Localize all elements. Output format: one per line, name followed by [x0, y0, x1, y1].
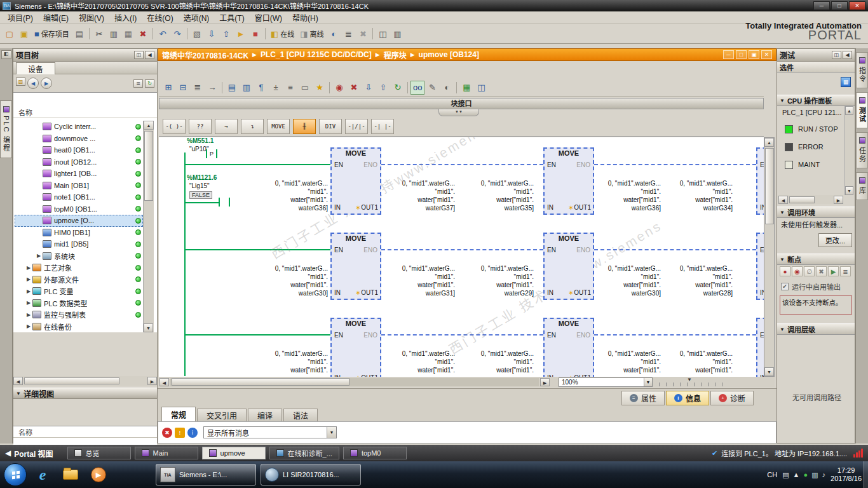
go-offline-button[interactable]: ◨离线 — [297, 27, 326, 41]
section-collapse-arrow[interactable]: ▼ — [780, 327, 785, 332]
expand-all-networks-icon[interactable]: ▤ — [225, 81, 239, 95]
delete-network-icon[interactable]: ⊟ — [176, 81, 190, 95]
operand-0-0[interactable]: 0, "mid1".waterG..."mid1".water["mid1".w… — [255, 179, 328, 212]
operand-0-5[interactable]: 0, "mid1".waterG..."mid1".water["mid1".w… — [593, 179, 661, 212]
breadcrumb-item-3[interactable]: upmove [OB124] — [419, 50, 479, 59]
breadcrumb-item-2[interactable]: 程序块 — [384, 50, 407, 60]
zoom-select[interactable]: 100% ▼ — [559, 377, 653, 387]
portal-upmove-button[interactable]: upmove — [202, 447, 266, 459]
change-button[interactable]: 更改... — [818, 233, 852, 247]
menu-item-1[interactable]: 编辑(E) — [38, 11, 74, 24]
delete-icon[interactable]: ✖ — [136, 27, 150, 41]
operand-1-6[interactable]: 0, "mid1".waterG..."mid1".water["mid1".w… — [665, 264, 733, 297]
maximize-editor-icon[interactable]: ◫ — [474, 81, 488, 95]
contact1-address[interactable]: %M551.1 — [187, 137, 214, 144]
task-li-sir[interactable]: LI SIR20170816... — [261, 464, 361, 485]
open-project-icon[interactable]: ▣ — [17, 27, 31, 41]
safety-tray-icon[interactable]: ● — [804, 471, 808, 478]
scroll-left-icon[interactable]: ◀ — [13, 377, 23, 385]
tree-item-5[interactable]: Main [OB1] — [15, 180, 143, 192]
warnings-filter-icon[interactable]: ! — [175, 428, 185, 438]
panel-header-icon-0[interactable]: ◫ — [134, 51, 144, 59]
editor-vertical-scrollbar[interactable]: ▲ ▼ — [764, 137, 775, 377]
ladder-editor-canvas[interactable]: 西门子工业 技术支持www.siemens 西门子工业 技术支持www.siem… — [159, 137, 764, 377]
tree-item-14[interactable]: ▶PLC 变量 — [15, 285, 143, 297]
show-hidden-icons[interactable]: ▲ — [793, 471, 800, 478]
new-project-icon[interactable]: ▢ — [3, 27, 17, 41]
cpu-panel-vscroll[interactable]: ▲ ▼ — [844, 106, 854, 195]
refresh-icon[interactable]: ↻ — [145, 79, 154, 88]
expand-arrow-icon[interactable]: ▶ — [25, 276, 32, 282]
paste-icon[interactable]: ▦ — [121, 27, 135, 41]
tab-syntax[interactable]: 语法 — [283, 409, 318, 421]
tree-item-1[interactable]: downmove ... — [15, 133, 143, 145]
tree-item-2[interactable]: heat0 [OB1... — [15, 144, 143, 156]
tree-item-7[interactable]: topM0 [OB1... — [15, 203, 143, 215]
section-collapse-arrow[interactable]: ▼ — [780, 210, 785, 215]
print-icon[interactable]: ▤ — [72, 27, 86, 41]
menu-item-8[interactable]: 帮助(H) — [287, 11, 323, 24]
free-comment-icon[interactable]: ▭ — [298, 81, 312, 95]
task-card-tab-3[interactable]: 库 — [856, 172, 868, 200]
scroll-thumb[interactable] — [24, 377, 119, 384]
panel-header-icon-1[interactable]: ◀ — [843, 51, 852, 59]
section-collapse-arrow[interactable]: ▼ — [780, 98, 785, 104]
undo-icon[interactable]: ↶ — [156, 27, 170, 41]
keyboard-tray-icon[interactable]: ▤ — [782, 471, 789, 479]
copy-icon[interactable]: ▥ — [107, 27, 121, 41]
renumber-networks-icon[interactable]: ≣ — [191, 81, 205, 95]
operand-2-0[interactable]: 0, "mid1".waterG..."mid1".water["mid1". — [255, 349, 328, 374]
zoom-slider-handle[interactable]: ▼ — [687, 377, 692, 383]
operand-2-2[interactable]: 0, "mid1".waterG..."mid1".water["mid1". — [383, 349, 455, 374]
portal-view-button[interactable]: ◀ Portal 视图 — [5, 448, 53, 459]
tree-item-8[interactable]: upmove [O... — [15, 215, 143, 227]
detail-name-column-header[interactable]: 名称 — [13, 426, 157, 438]
nc-contact-tile[interactable]: -|/|- — [345, 119, 368, 134]
tree-item-6[interactable]: note1 [OB1... — [15, 191, 143, 203]
editor-window-control-3[interactable]: ✕ — [761, 50, 772, 59]
modify-value-icon[interactable]: ✎ — [425, 81, 439, 95]
network-tray-icon[interactable]: ▥ — [811, 471, 818, 479]
start-cpu-icon[interactable]: ► — [234, 27, 248, 41]
move-block[interactable]: MOVEENENOIN∗OUT1 — [543, 147, 594, 215]
div-tile[interactable]: DIV — [319, 119, 342, 134]
volume-tray-icon[interactable]: ♪ — [822, 471, 826, 478]
redo-icon[interactable]: ↷ — [170, 27, 184, 41]
collapse-left-icon[interactable]: ◧ — [1, 50, 11, 59]
nav-forward-icon[interactable]: ▶ — [41, 78, 52, 89]
portal-overview-button[interactable]: 总览 — [67, 447, 131, 459]
tree-horizontal-scrollbar[interactable]: ◀ ▶ — [13, 376, 157, 386]
snapshot-icon[interactable]: ◐ — [440, 81, 454, 95]
scroll-up-icon[interactable]: ▲ — [845, 106, 853, 115]
wmp-launcher-icon[interactable]: ▶ — [89, 465, 108, 484]
enable-breakpoints-icon[interactable]: ◉ — [792, 266, 803, 276]
scroll-down-icon[interactable]: ▼ — [845, 186, 853, 195]
scroll-thumb[interactable] — [789, 196, 815, 203]
scroll-right-icon[interactable]: ▶ — [834, 196, 843, 204]
delete-breakpoints-icon[interactable]: ✖ — [816, 266, 827, 276]
menu-item-3[interactable]: 插入(I) — [109, 11, 142, 24]
no-contact[interactable] — [219, 198, 230, 207]
download-to-device-icon[interactable]: ⇩ — [205, 27, 219, 41]
task-tia-project[interactable]: TIASiemens - E:\... — [156, 464, 256, 485]
scroll-left-icon[interactable]: ◀ — [778, 196, 788, 204]
operand-0-6[interactable]: 0, "mid1".waterG..."mid1".water["mid1".w… — [665, 179, 733, 212]
detail-view-header[interactable]: ▼ 详细视图 — [13, 388, 157, 399]
operand-1-0[interactable]: 0, "mid1".waterG..."mid1".water["mid1".w… — [255, 264, 328, 297]
call-hierarchy-section-header[interactable]: ▼ 调用层级 — [777, 323, 855, 335]
enable-outputs-checkbox-row[interactable]: ✔ 运行中启用输出 — [781, 281, 841, 292]
disable-breakpoints-icon[interactable]: ∅ — [804, 266, 815, 276]
dropdown-arrow-icon[interactable]: ▼ — [644, 378, 652, 386]
devices-tab[interactable]: 设备 — [16, 62, 55, 74]
online-diagnostics-icon[interactable]: ◐ — [327, 27, 341, 41]
breadcrumb-item-0[interactable]: 锦绣中华20170816-14CK — [162, 50, 248, 60]
empty-box-tile[interactable]: ?? — [189, 119, 212, 134]
scroll-down-icon[interactable]: ▼ — [144, 323, 153, 332]
expand-arrow-icon[interactable]: ▶ — [25, 288, 32, 294]
move-block[interactable]: MOVEENENOIN∗OUT1 — [756, 147, 764, 215]
scroll-up-icon[interactable]: ▲ — [144, 121, 154, 130]
input-language-indicator[interactable]: CH — [767, 471, 777, 478]
call-environment-section-header[interactable]: ▼ 调用环境 — [777, 207, 855, 218]
editor-window-control-2[interactable]: ▣ — [749, 50, 759, 59]
open-branch-tile[interactable]: → — [215, 119, 238, 134]
